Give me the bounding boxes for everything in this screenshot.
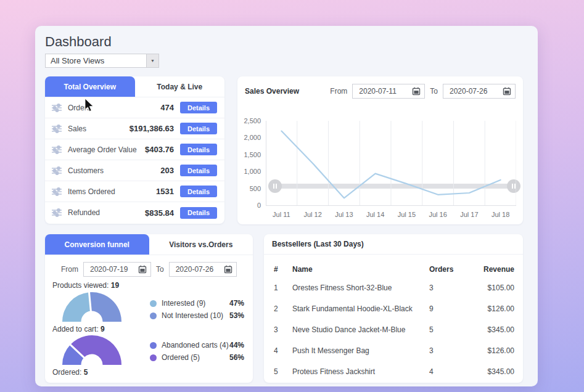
metric-row-average-order-value: Average Order Value$403.76Details <box>45 139 224 160</box>
calendar-icon[interactable] <box>412 87 421 96</box>
funnel-tabs: Conversion funnel Visitors vs.Orders <box>45 234 253 255</box>
col-header-orders: Orders <box>429 261 466 277</box>
metric-row-orders: Orders474Details <box>45 97 224 118</box>
details-button[interactable]: Details <box>180 102 217 113</box>
metric-row-sales: Sales$191,386.63Details <box>45 118 224 139</box>
metric-label: Average Order Value <box>68 145 137 154</box>
metric-label: Customers <box>68 166 104 175</box>
metric-value: 1531 <box>156 187 174 196</box>
sliders-icon <box>51 166 62 175</box>
metric-row-refunded: Refunded$835.84Details <box>45 202 224 223</box>
added-to-cart-legend: Abandoned carts (4) 44% Ordered (5) 56% <box>150 339 244 364</box>
calendar-icon[interactable] <box>503 87 511 96</box>
store-view-select[interactable]: All Store Views ▼ <box>45 54 159 68</box>
table-header-row: # Name Orders Revenue <box>274 261 514 277</box>
col-header-num: # <box>274 261 292 277</box>
sales-line-chart: 2,5002,000 1,5001,000 5000 Jul 11Jul 12 … <box>244 121 518 224</box>
metric-label: Items Ordered <box>68 187 115 196</box>
metric-label: Orders <box>68 104 91 112</box>
legend-item: Interested (9) 47% <box>150 297 244 309</box>
legend-item: Ordered (5) 56% <box>150 351 244 364</box>
funnel-from-date-value[interactable]: 2020-07-19 <box>90 265 128 274</box>
stage-added-to-cart: Added to cart: 9 <box>52 325 105 333</box>
sales-overview-title: Sales Overview <box>245 87 299 96</box>
to-label: To <box>430 87 438 96</box>
dashboard-card: Dashboard All Store Views ▼ Total Overvi… <box>35 26 538 386</box>
metrics-list: Orders474DetailsSales$191,386.63DetailsA… <box>45 97 224 223</box>
metric-value: $835.84 <box>145 208 174 218</box>
tab-today-live[interactable]: Today & Live <box>135 76 225 97</box>
products-viewed-legend: Interested (9) 47% Not Interested (10) 5… <box>150 297 244 322</box>
funnel-to-date-input[interactable]: 2020-07-26 <box>169 262 237 277</box>
sliders-icon <box>51 104 62 112</box>
details-button[interactable]: Details <box>180 165 217 176</box>
sliders-icon <box>51 208 62 217</box>
sales-to-date-input[interactable]: 2020-07-26 <box>443 84 516 99</box>
tab-visitors-vs-orders[interactable]: Visitors vs.Orders <box>149 234 253 255</box>
tab-total-overview[interactable]: Total Overview <box>45 76 135 97</box>
y-axis-labels: 2,5002,000 1,5001,000 5000 <box>244 121 261 206</box>
added-to-cart-donut-chart <box>60 333 124 365</box>
from-label: From <box>61 265 78 274</box>
table-row: 1Orestes Fitness Short-32-Blue3$105.00 <box>274 277 514 298</box>
store-view-value[interactable]: All Store Views <box>45 54 147 68</box>
stage-products-viewed: Products viewed: 19 <box>52 281 119 290</box>
x-axis-labels: Jul 11Jul 12 Jul 13Jul 14 Jul 15Jul 16 J… <box>266 211 516 218</box>
metric-row-customers: Customers203Details <box>45 160 224 181</box>
total-overview-panel: Total Overview Today & Live Orders474Det… <box>45 76 224 224</box>
overview-tabs: Total Overview Today & Live <box>45 76 224 97</box>
funnel-from-date-input[interactable]: 2020-07-19 <box>83 262 151 277</box>
table-row: 5Proteus Fitness Jackshirt4$345.00 <box>274 361 514 382</box>
table-row: 4Push It Messenger Bag3$126.00 <box>274 340 514 361</box>
metric-value: 203 <box>160 166 174 175</box>
sliders-icon <box>51 145 62 154</box>
sliders-icon <box>51 125 62 133</box>
col-header-name: Name <box>292 261 429 277</box>
legend-dot-not-interested <box>150 312 157 319</box>
details-button[interactable]: Details <box>180 123 217 134</box>
details-button[interactable]: Details <box>180 144 217 155</box>
metric-label: Sales <box>68 125 86 133</box>
to-label: To <box>156 265 164 274</box>
bestsellers-panel: Bestsellers (Last 30 Days) # Name Orders… <box>264 234 523 383</box>
funnel-to-date-value[interactable]: 2020-07-26 <box>176 265 213 274</box>
legend-dot-abandoned-carts <box>150 342 157 349</box>
sales-from-date-value[interactable]: 2020-07-11 <box>359 87 397 96</box>
col-header-revenue: Revenue <box>466 261 514 277</box>
line-chart-plot <box>266 121 516 206</box>
tab-conversion-funnel[interactable]: Conversion funnel <box>45 234 149 255</box>
sliders-icon <box>51 187 62 196</box>
sales-overview-panel: Sales Overview From 2020-07-11 To 2020-0… <box>237 76 523 224</box>
details-button[interactable]: Details <box>180 207 217 219</box>
legend-item: Not Interested (10) 53% <box>150 309 244 322</box>
conversion-funnel-panel: Conversion funnel Visitors vs.Orders Fro… <box>45 234 253 383</box>
chevron-down-icon[interactable]: ▼ <box>147 54 159 68</box>
sales-to-date-value[interactable]: 2020-07-26 <box>450 87 487 96</box>
table-row: 3Neve Studio Dance Jacket-M-Blue5$345.00 <box>274 319 514 340</box>
metric-value: $403.76 <box>145 145 174 154</box>
metric-label: Refunded <box>68 208 100 217</box>
table-row: 2Stark Fundamental Hoodie-XL-Black9$126.… <box>274 298 514 319</box>
legend-item: Abandoned carts (4) 44% <box>150 339 244 351</box>
legend-dot-ordered <box>150 354 157 361</box>
metric-value: $191,386.63 <box>130 124 174 133</box>
calendar-icon[interactable] <box>224 265 232 274</box>
products-viewed-donut-chart <box>60 290 124 322</box>
calendar-icon[interactable] <box>138 265 147 274</box>
sales-from-date-input[interactable]: 2020-07-11 <box>352 84 425 99</box>
bestsellers-title: Bestsellers (Last 30 Days) <box>272 240 364 248</box>
page-title: Dashboard <box>45 34 112 50</box>
metric-value: 474 <box>160 103 174 112</box>
from-label: From <box>330 87 347 96</box>
details-button[interactable]: Details <box>180 186 217 197</box>
metric-row-items-ordered: Items Ordered1531Details <box>45 181 224 202</box>
legend-dot-interested <box>150 300 157 307</box>
stage-ordered: Ordered: 5 <box>52 368 88 377</box>
bestsellers-table: # Name Orders Revenue 1Orestes Fitness S… <box>274 261 514 382</box>
